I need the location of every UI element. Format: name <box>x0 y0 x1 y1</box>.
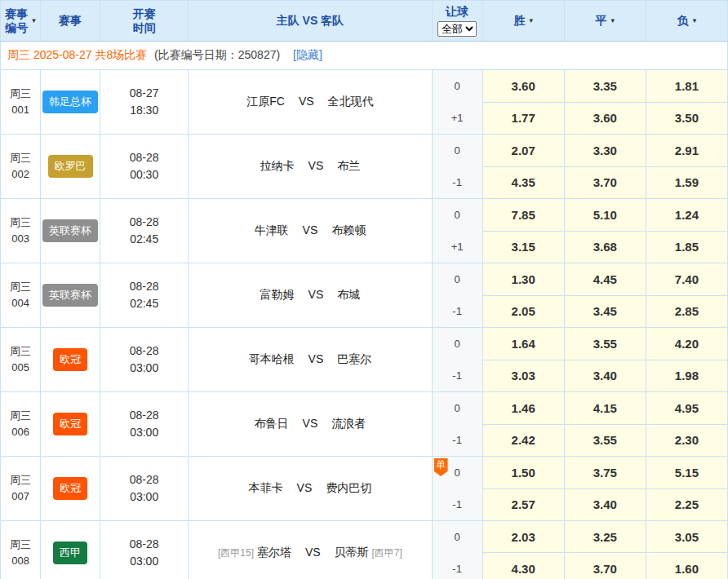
sort-arrow-icon[interactable]: ▾ <box>693 17 697 24</box>
lose-label: 负 <box>677 14 689 29</box>
odds-cell-lose[interactable]: 1.59 <box>646 166 727 199</box>
col-header-match-id-line1: 赛事 <box>5 7 28 21</box>
odds-cell-lose[interactable]: 5.15 <box>646 457 727 489</box>
odds-cell-win[interactable]: 1.30 <box>482 263 564 296</box>
sort-arrow-icon[interactable]: ▾ <box>529 17 533 24</box>
odds-cell-win[interactable]: 3.03 <box>482 360 564 392</box>
match-id-cell: 周三002 <box>1 135 41 199</box>
league-cell: 欧冠 <box>41 392 100 457</box>
home-team: 富勒姆 <box>260 288 295 301</box>
odds-cell-lose[interactable]: 7.40 <box>646 263 727 296</box>
handicap-value: -1 <box>433 166 482 198</box>
odds-cell-draw[interactable]: 3.40 <box>564 488 646 521</box>
odds-cell-lose[interactable]: 1.24 <box>646 199 727 232</box>
odds-cell-lose[interactable]: 1.81 <box>646 70 727 103</box>
odds-cell-lose[interactable]: 1.60 <box>646 553 727 579</box>
odds-cell-draw[interactable]: 3.60 <box>564 102 646 135</box>
handicap-cell: 0 +1 <box>432 70 482 135</box>
odds-cell-draw[interactable]: 3.55 <box>564 424 646 457</box>
away-team: 贝蒂斯 <box>335 546 369 559</box>
vs-label: VS <box>309 352 324 365</box>
league-cell: 欧冠 <box>41 457 100 521</box>
teams-cell: 布鲁日VS流浪者 <box>189 392 432 457</box>
vs-label: VS <box>297 481 313 494</box>
odds-cell-draw[interactable]: 3.75 <box>564 457 646 489</box>
sort-arrow-icon[interactable]: ▾ <box>611 17 615 24</box>
odds-cell-win[interactable]: 3.15 <box>482 231 564 263</box>
handicap-value: +1 <box>433 231 482 263</box>
teams-cell: [西甲15] 塞尔塔VS贝蒂斯 [西甲7] <box>189 521 432 579</box>
teams-cell: 哥本哈根VS巴塞尔 <box>189 328 432 392</box>
league-cell: 欧冠 <box>41 328 100 392</box>
league-cell: 西甲 <box>41 521 100 579</box>
home-team: 本菲卡 <box>249 481 283 494</box>
odds-cell-win[interactable]: 1.64 <box>482 328 564 360</box>
odds-cell-lose[interactable]: 2.30 <box>646 424 727 457</box>
odds-cell-draw[interactable]: 3.40 <box>564 360 646 392</box>
match-row: 周三008 西甲 08-2803:00 [西甲15] 塞尔塔VS贝蒂斯 [西甲7… <box>1 521 728 553</box>
home-team-rank: [西甲15] <box>218 547 254 559</box>
teams-cell: 富勒姆VS布城 <box>189 263 432 328</box>
odds-cell-draw[interactable]: 3.55 <box>564 328 646 360</box>
col-header-handicap: 让球 全部 <box>432 1 482 42</box>
odds-cell-lose[interactable]: 1.98 <box>646 360 727 392</box>
handicap-value: 0 <box>433 521 482 553</box>
odds-cell-draw[interactable]: 4.15 <box>564 392 646 425</box>
odds-cell-win[interactable]: 2.03 <box>482 521 564 553</box>
away-team: 费内巴切 <box>326 481 371 494</box>
odds-cell-win[interactable]: 2.57 <box>482 488 564 521</box>
handicap-value: -1 <box>433 488 482 520</box>
league-badge: 西甲 <box>53 541 87 564</box>
handicap-value: 0 <box>433 199 482 231</box>
odds-cell-lose[interactable]: 4.20 <box>646 328 727 360</box>
odds-cell-win[interactable]: 2.07 <box>482 135 564 167</box>
home-team: 牛津联 <box>255 223 289 236</box>
sort-arrow-icon[interactable]: ▾ <box>32 17 36 24</box>
away-team: 布城 <box>337 288 360 301</box>
home-team: 布鲁日 <box>255 417 289 430</box>
odds-cell-lose[interactable]: 3.50 <box>646 102 727 135</box>
odds-cell-draw[interactable]: 3.25 <box>564 521 646 553</box>
match-id-cell: 周三008 <box>1 521 41 579</box>
odds-cell-draw[interactable]: 3.68 <box>564 231 646 263</box>
handicap-cell: 0 -1 <box>432 392 482 457</box>
handicap-cell: 0 -1 <box>432 263 482 328</box>
odds-cell-win[interactable]: 3.60 <box>482 70 564 103</box>
home-team: 江原FC <box>246 95 285 108</box>
odds-cell-draw[interactable]: 5.10 <box>564 199 646 232</box>
match-row: 周三006 欧冠 08-2803:00 布鲁日VS流浪者 0 -1 1.46 4… <box>1 392 728 425</box>
odds-cell-lose[interactable]: 2.25 <box>646 488 727 521</box>
odds-cell-draw[interactable]: 4.45 <box>564 263 646 296</box>
league-badge: 英联赛杯 <box>42 284 98 307</box>
win-label: 胜 <box>513 14 525 29</box>
odds-cell-lose[interactable]: 2.91 <box>646 135 727 167</box>
col-header-match-id-line2: 编号 <box>5 21 28 35</box>
odds-cell-lose[interactable]: 4.95 <box>646 392 727 425</box>
match-row: 周三007 欧冠 08-2803:00 本菲卡VS费内巴切 单 0 -1 1.5… <box>1 457 728 489</box>
vs-label: VS <box>299 95 314 108</box>
odds-cell-win[interactable]: 1.50 <box>482 457 564 489</box>
away-team: 流浪者 <box>331 417 366 430</box>
match-time-cell: 08-2803:00 <box>100 521 189 579</box>
odds-cell-win[interactable]: 1.46 <box>482 392 564 425</box>
odds-cell-win[interactable]: 2.05 <box>482 295 564 328</box>
odds-cell-lose[interactable]: 2.85 <box>646 295 727 328</box>
odds-cell-draw[interactable]: 3.30 <box>564 135 646 167</box>
match-id-cell: 周三006 <box>1 392 41 457</box>
odds-cell-draw[interactable]: 3.35 <box>564 70 646 103</box>
league-cell: 欧罗巴 <box>41 135 100 199</box>
odds-cell-lose[interactable]: 3.05 <box>646 521 727 553</box>
hide-link[interactable]: [隐藏] <box>293 48 322 61</box>
odds-cell-win[interactable]: 7.85 <box>482 199 564 232</box>
odds-cell-lose[interactable]: 1.85 <box>646 231 727 263</box>
teams-cell: 江原FCVS全北现代 <box>189 70 432 135</box>
odds-cell-draw[interactable]: 3.70 <box>564 166 646 199</box>
odds-cell-win[interactable]: 4.35 <box>482 166 564 199</box>
odds-cell-win[interactable]: 1.77 <box>482 102 564 135</box>
odds-cell-draw[interactable]: 3.45 <box>564 295 646 328</box>
odds-cell-draw[interactable]: 3.70 <box>564 553 646 579</box>
odds-cell-win[interactable]: 2.42 <box>482 424 564 457</box>
match-date-note: (比赛编号日期：250827) <box>154 48 280 61</box>
odds-cell-win[interactable]: 4.30 <box>482 553 564 579</box>
handicap-filter-select[interactable]: 全部 <box>437 21 477 37</box>
